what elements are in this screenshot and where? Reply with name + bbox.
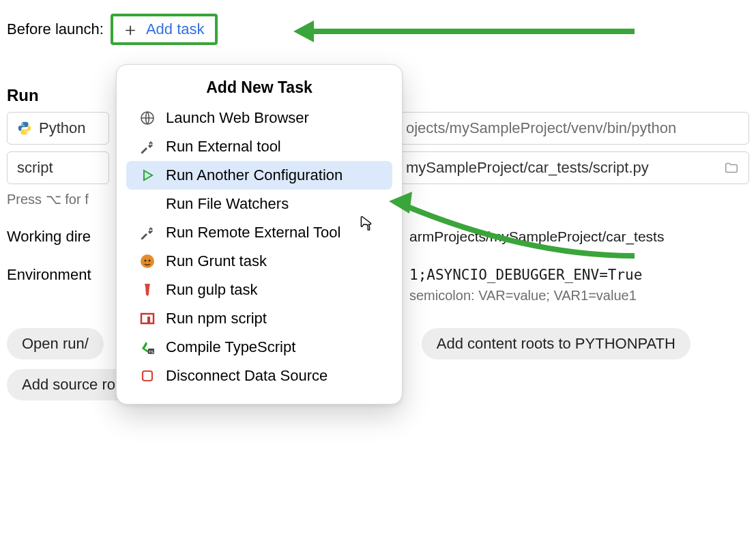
add-task-popup: Add New Task Launch Web BrowserRun Exter… — [116, 64, 403, 405]
working-dir-label: Working dire — [7, 228, 116, 246]
npm-icon — [139, 310, 156, 327]
tools-icon — [139, 224, 156, 241]
menu-item-label: Run Remote External Tool — [166, 224, 340, 241]
menu-item-compile-typescript[interactable]: TSCompile TypeScript — [126, 333, 392, 362]
menu-item-label: Run Grunt task — [166, 252, 267, 270]
svg-point-0 — [22, 123, 23, 124]
menu-item-run-another-configuration[interactable]: Run Another Configuration — [126, 161, 392, 190]
env-label: Environment — [7, 266, 116, 284]
svg-point-6 — [149, 260, 151, 262]
menu-item-label: Run gulp task — [166, 281, 258, 299]
script-path-value: mySampleProject/car_tests/script.py — [406, 159, 649, 177]
python-icon — [17, 121, 32, 136]
menu-item-label: Launch Web Browser — [166, 109, 309, 127]
menu-item-label: Run File Watchers — [166, 195, 289, 213]
menu-item-run-external-tool[interactable]: Run External tool — [126, 132, 392, 161]
folder-icon[interactable] — [724, 160, 739, 175]
menu-item-run-grunt-task[interactable]: Run Grunt task — [126, 247, 392, 276]
menu-item-run-gulp-task[interactable]: Run gulp task — [126, 276, 392, 304]
menu-item-label: Run npm script — [166, 310, 267, 327]
cursor-pointer-icon — [355, 215, 374, 234]
menu-item-run-remote-external-tool[interactable]: Run Remote External Tool — [126, 218, 392, 247]
annotation-arrow-1 — [293, 25, 635, 38]
svg-rect-11 — [143, 371, 152, 381]
play-icon — [139, 166, 156, 184]
menu-item-label: Disconnect Data Source — [166, 367, 328, 385]
menu-item-label: Run Another Configuration — [166, 166, 343, 184]
menu-item-label: Run External tool — [166, 138, 281, 156]
script-selector[interactable]: script — [7, 151, 109, 184]
plus-icon: ＋ — [121, 20, 139, 38]
globe-icon — [139, 109, 156, 127]
svg-rect-8 — [147, 317, 150, 323]
script-label: script — [17, 159, 53, 177]
menu-item-launch-web-browser[interactable]: Launch Web Browser — [126, 104, 392, 132]
svg-marker-3 — [144, 171, 152, 180]
chip-open-run[interactable]: Open run/ — [7, 328, 104, 359]
tools-icon — [139, 138, 156, 156]
svg-text:TS: TS — [149, 350, 154, 354]
svg-point-4 — [141, 254, 154, 268]
popup-title: Add New Task — [122, 77, 396, 104]
before-launch-label: Before launch: — [7, 20, 104, 38]
add-task-text: Add task — [146, 20, 205, 38]
svg-point-5 — [145, 260, 147, 262]
interpreter-label: Python — [39, 119, 86, 137]
menu-item-run-npm-script[interactable]: Run npm script — [126, 304, 392, 333]
interpreter-selector[interactable]: Python — [7, 112, 109, 145]
grunt-icon — [139, 252, 156, 270]
gulp-icon — [139, 281, 156, 299]
add-task-button[interactable]: ＋ Add task — [111, 14, 218, 45]
interpreter-path-value: ojects/mySampleProject/venv/bin/python — [406, 119, 676, 137]
square-icon — [139, 367, 156, 385]
ts-icon: TS — [139, 338, 156, 356]
menu-item-run-file-watchers[interactable]: Run File Watchers — [126, 190, 392, 218]
menu-item-label: Compile TypeScript — [166, 338, 295, 356]
menu-item-disconnect-data-source[interactable]: Disconnect Data Source — [126, 362, 392, 390]
chip-content-roots[interactable]: Add content roots to PYTHONPATH — [422, 328, 690, 359]
svg-point-1 — [26, 132, 27, 134]
